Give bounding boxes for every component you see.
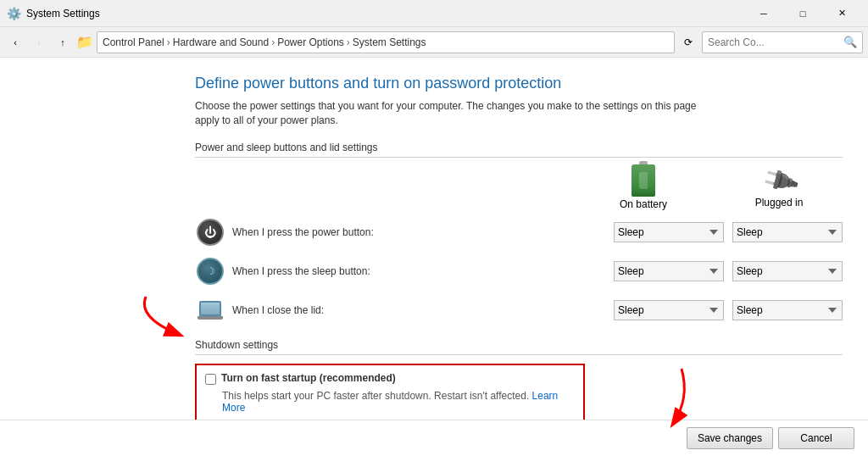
sleep-button-icon: ☽ [197, 258, 224, 285]
fast-startup-sublabel: This helps start your PC faster after sh… [222, 390, 575, 414]
address-path[interactable]: Control Panel › Hardware and Sound › Pow… [97, 31, 675, 53]
shutdown-section-title: Shutdown settings [195, 339, 843, 355]
window-title: System Settings [26, 8, 744, 19]
on-battery-label: On battery [620, 198, 667, 210]
sleep-button-battery-select[interactable]: Sleep Do nothing Hibernate Shut down Tur… [614, 261, 724, 281]
sleep-button-row: ☽ When I press the sleep button: Sleep D… [195, 256, 843, 286]
sleep-button-selects: Sleep Do nothing Hibernate Shut down Tur… [614, 261, 843, 281]
save-changes-button[interactable]: Save changes [687, 427, 773, 449]
lid-icon [198, 301, 223, 320]
plug-icon: 🔌 [758, 159, 800, 201]
plugged-column-header: 🔌 Plugged in [715, 165, 843, 209]
power-table-headers: On battery 🔌 Plugged in [195, 164, 843, 210]
breadcrumb-system-settings[interactable]: System Settings [353, 36, 426, 48]
maximize-button[interactable]: □ [783, 0, 822, 27]
battery-column-header: On battery [580, 164, 707, 210]
breadcrumb-power-options[interactable]: Power Options [277, 36, 344, 48]
address-bar: ‹ › ↑ 📁 Control Panel › Hardware and Sou… [0, 27, 868, 58]
window-controls: ─ □ ✕ [744, 0, 861, 27]
footer: Save changes Cancel [0, 420, 868, 456]
power-button-battery-select[interactable]: Sleep Do nothing Hibernate Shut down Tur… [614, 222, 724, 242]
title-bar: ⚙️ System Settings ─ □ ✕ [0, 0, 868, 27]
close-button[interactable]: ✕ [822, 0, 861, 27]
search-input[interactable] [708, 36, 843, 48]
plugged-in-label: Plugged in [755, 197, 804, 209]
power-table: On battery 🔌 Plugged in ⏻ When I press t… [195, 164, 843, 325]
lid-label: When I close the lid: [232, 304, 607, 316]
power-button-row: ⏻ When I press the power button: Sleep D… [195, 217, 843, 247]
lid-selects: Sleep Do nothing Hibernate Shut down Tur… [614, 300, 843, 320]
main-content: Define power buttons and turn on passwor… [0, 58, 868, 456]
fast-startup-row: Turn on fast startup (recommended) [205, 372, 575, 385]
search-box[interactable]: 🔍 [702, 31, 863, 53]
content-area: Define power buttons and turn on passwor… [0, 58, 868, 456]
back-button[interactable]: ‹ [5, 32, 25, 53]
refresh-button[interactable]: ⟳ [678, 32, 698, 53]
lid-row: When I close the lid: Sleep Do nothing H… [195, 295, 843, 325]
breadcrumb-hardware-sound[interactable]: Hardware and Sound [173, 36, 269, 48]
power-button-label: When I press the power button: [232, 226, 607, 238]
power-button-selects: Sleep Do nothing Hibernate Shut down Tur… [614, 222, 843, 242]
breadcrumb-control-panel[interactable]: Control Panel [103, 36, 164, 48]
battery-icon [632, 164, 655, 197]
lid-plugged-select[interactable]: Sleep Do nothing Hibernate Shut down Tur… [732, 300, 843, 320]
power-button-icon-container: ⏻ [195, 217, 225, 247]
forward-button[interactable]: › [29, 32, 49, 53]
fast-startup-box: Turn on fast startup (recommended) This … [195, 364, 585, 427]
app-icon: ⚙️ [7, 7, 21, 20]
search-icon: 🔍 [843, 36, 857, 48]
sleep-button-label: When I press the sleep button: [232, 265, 607, 277]
up-button[interactable]: ↑ [53, 32, 73, 53]
sleep-button-icon-container: ☽ [195, 256, 225, 286]
folder-icon: 📁 [76, 34, 93, 50]
page-subtitle: Choose the power settings that you want … [195, 99, 721, 128]
page-title: Define power buttons and turn on passwor… [195, 75, 843, 92]
power-button-icon: ⏻ [197, 219, 224, 246]
lid-icon-container [195, 295, 225, 325]
cancel-button[interactable]: Cancel [778, 427, 854, 449]
power-section-header: Power and sleep buttons and lid settings [195, 142, 843, 158]
fast-startup-checkbox[interactable] [205, 374, 216, 385]
minimize-button[interactable]: ─ [744, 0, 783, 27]
sleep-button-plugged-select[interactable]: Sleep Do nothing Hibernate Shut down Tur… [732, 261, 843, 281]
lid-battery-select[interactable]: Sleep Do nothing Hibernate Shut down Tur… [614, 300, 724, 320]
fast-startup-label[interactable]: Turn on fast startup (recommended) [221, 372, 396, 384]
power-button-plugged-select[interactable]: Sleep Do nothing Hibernate Shut down Tur… [732, 222, 843, 242]
